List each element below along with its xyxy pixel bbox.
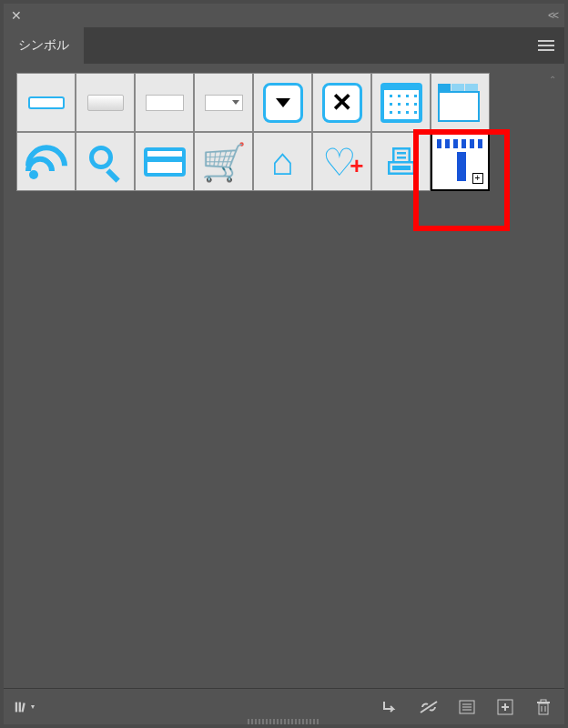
svg-rect-13 [541, 700, 546, 703]
tab-bar: シンボル [4, 27, 564, 64]
symbol-grid-area: ✕ 🛒 ⌂ ♡+ 🖶 + ⌃ [4, 64, 564, 688]
panel-menu-button[interactable] [528, 27, 564, 64]
home-icon: ⌂ [271, 143, 294, 181]
scrollbar[interactable]: ⌃ [546, 73, 559, 688]
symbol-button-gradient[interactable] [76, 73, 135, 132]
symbol-rss[interactable] [16, 132, 76, 191]
symbol-dropdown-button[interactable] [253, 73, 312, 132]
panel-titlebar: ✕ << [4, 4, 564, 27]
break-link-button[interactable] [419, 697, 439, 717]
delete-symbol-button[interactable] [533, 697, 553, 717]
dropdown-icon [263, 83, 303, 123]
combo-box-icon [205, 95, 243, 111]
symbol-printer[interactable]: 🖶 [371, 132, 431, 191]
tabbed-panel-icon [438, 84, 483, 122]
magnifier-icon [86, 142, 126, 182]
collapse-panel-button[interactable]: << [548, 9, 557, 22]
symbol-libraries-button[interactable]: ▾ [15, 697, 35, 717]
credit-card-icon [144, 147, 186, 177]
options-list-icon [459, 700, 475, 714]
tab-label: シンボル [18, 37, 69, 54]
button-small-icon [28, 96, 65, 109]
plus-box-icon [497, 699, 513, 715]
symbol-movie-clip[interactable]: + [431, 132, 490, 191]
svg-rect-11 [539, 703, 548, 714]
symbol-close-button[interactable]: ✕ [312, 73, 371, 132]
symbol-home[interactable]: ⌂ [253, 132, 312, 191]
rss-icon [25, 141, 67, 183]
symbol-options-button[interactable] [457, 697, 477, 717]
symbol-grid: ✕ 🛒 ⌂ ♡+ 🖶 + [16, 73, 543, 191]
new-symbol-button[interactable] [495, 697, 515, 717]
place-symbol-button[interactable] [380, 697, 401, 717]
symbol-button-small[interactable] [16, 73, 76, 132]
text-field-icon [146, 95, 184, 111]
svg-rect-1 [19, 702, 21, 712]
tab-symbols[interactable]: シンボル [4, 27, 84, 64]
calendar-icon [380, 83, 422, 123]
button-gradient-icon [87, 95, 124, 111]
printer-icon: 🖶 [383, 144, 420, 180]
place-arrow-icon [381, 700, 400, 714]
close-x-icon: ✕ [322, 83, 362, 123]
close-panel-button[interactable]: ✕ [11, 8, 22, 23]
hamburger-icon [538, 40, 554, 51]
library-icon [15, 699, 30, 715]
symbol-search[interactable] [76, 132, 135, 191]
symbols-panel: ✕ << シンボル ✕ [4, 4, 564, 724]
scroll-up-icon: ⌃ [546, 73, 559, 86]
symbol-credit-card[interactable] [135, 132, 194, 191]
broken-link-icon [419, 700, 439, 714]
symbol-favorite-add[interactable]: ♡+ [312, 132, 371, 191]
symbol-text-field[interactable] [135, 73, 194, 132]
symbol-combo-box[interactable] [194, 73, 253, 132]
symbol-tabbed-panel[interactable] [431, 73, 490, 132]
heart-plus-icon: ♡+ [322, 144, 362, 180]
symbol-calendar[interactable] [371, 73, 431, 132]
cart-icon: 🛒 [201, 144, 247, 180]
svg-rect-0 [15, 702, 17, 712]
resize-grip[interactable] [248, 719, 320, 724]
movie-clip-icon: + [437, 139, 484, 185]
symbol-shopping-cart[interactable]: 🛒 [194, 132, 253, 191]
trash-icon [536, 699, 551, 715]
svg-rect-2 [21, 703, 25, 712]
